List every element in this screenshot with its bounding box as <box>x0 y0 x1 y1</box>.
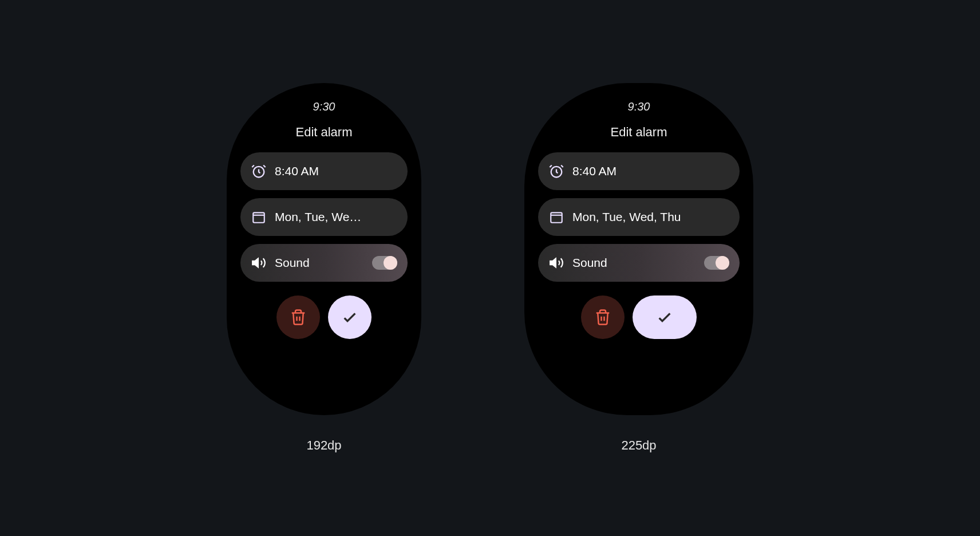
alarm-sound-chip[interactable]: Sound <box>240 244 408 282</box>
delete-button[interactable] <box>581 295 625 339</box>
trash-icon <box>290 309 307 326</box>
calendar-icon <box>251 209 267 225</box>
calendar-icon <box>548 209 564 225</box>
alarm-clock-icon <box>251 163 267 179</box>
alarm-time-chip[interactable]: 8:40 AM <box>538 152 740 190</box>
confirm-button[interactable] <box>328 295 372 339</box>
check-icon <box>655 308 674 326</box>
alarm-repeat-chip[interactable]: Mon, Tue, Wed, Thu <box>538 198 740 236</box>
watch-face-225: 9:30 Edit alarm 8:40 AM Mon, Tue, Wed <box>524 83 753 415</box>
confirm-button[interactable] <box>633 295 697 339</box>
alarm-time-label: 8:40 AM <box>572 164 729 178</box>
sound-icon <box>251 255 267 271</box>
svg-rect-5 <box>551 212 562 222</box>
alarm-time-label: 8:40 AM <box>275 164 397 178</box>
watch-face-192: 9:30 Edit alarm 8:40 AM Mon, Tue, We… <box>227 83 421 415</box>
check-icon <box>341 308 359 326</box>
svg-rect-1 <box>253 212 264 222</box>
alarm-sound-label: Sound <box>275 256 364 270</box>
alarm-sound-chip[interactable]: Sound <box>538 244 740 282</box>
alarm-repeat-chip[interactable]: Mon, Tue, We… <box>240 198 408 236</box>
alarm-repeat-label: Mon, Tue, Wed, Thu <box>572 210 729 224</box>
watch-column-192: 9:30 Edit alarm 8:40 AM Mon, Tue, We… <box>227 83 421 453</box>
sound-toggle[interactable] <box>704 256 729 270</box>
screen-title: Edit alarm <box>295 125 352 140</box>
alarm-time-chip[interactable]: 8:40 AM <box>240 152 408 190</box>
status-time: 9:30 <box>313 100 335 113</box>
size-label-225: 225dp <box>621 438 656 453</box>
alarm-clock-icon <box>548 163 564 179</box>
screen-title: Edit alarm <box>610 125 667 140</box>
alarm-sound-label: Sound <box>572 256 696 270</box>
alarm-repeat-label: Mon, Tue, We… <box>275 210 397 224</box>
watch-column-225: 9:30 Edit alarm 8:40 AM Mon, Tue, Wed <box>524 83 753 453</box>
sound-icon <box>548 255 564 271</box>
status-time: 9:30 <box>628 100 650 113</box>
action-buttons <box>276 295 372 339</box>
action-buttons <box>581 295 697 339</box>
size-label-192: 192dp <box>306 438 341 453</box>
delete-button[interactable] <box>276 295 320 339</box>
trash-icon <box>594 309 611 326</box>
toggle-knob <box>384 256 397 270</box>
toggle-knob <box>716 256 729 270</box>
sound-toggle[interactable] <box>372 256 397 270</box>
